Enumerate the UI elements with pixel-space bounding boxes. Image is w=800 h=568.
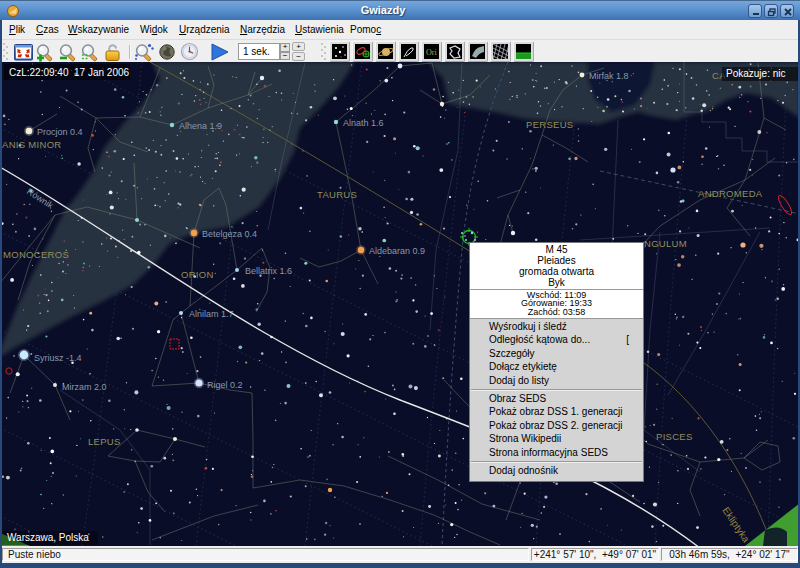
svg-text:NGULUM: NGULUM — [644, 238, 687, 249]
svg-text:Rigel 0.2: Rigel 0.2 — [207, 380, 243, 390]
svg-text:ORION: ORION — [181, 269, 214, 280]
svg-text:ANDROMEDA: ANDROMEDA — [698, 188, 763, 199]
svg-text:Procjon 0.4: Procjon 0.4 — [37, 127, 83, 137]
svg-text:TAURUS: TAURUS — [317, 189, 357, 200]
svg-text:Alnath 1.6: Alnath 1.6 — [343, 118, 384, 128]
svg-text:Mirzam 2.0: Mirzam 2.0 — [62, 382, 107, 392]
svg-text:PISCES: PISCES — [656, 431, 693, 442]
svg-text:Aldebaran 0.9: Aldebaran 0.9 — [369, 246, 425, 256]
svg-text:Warszawa, Polska: Warszawa, Polska — [7, 532, 89, 543]
svg-text:Alnilam 1.7: Alnilam 1.7 — [189, 309, 234, 319]
svg-text:PERSEUS: PERSEUS — [526, 119, 574, 130]
svg-text:Pokazuje: nic: Pokazuje: nic — [726, 68, 785, 79]
svg-text:Bellatrix 1.6: Bellatrix 1.6 — [245, 266, 292, 276]
svg-text:LEPUS: LEPUS — [88, 436, 121, 447]
svg-text:ANIS MINOR: ANIS MINOR — [2, 139, 61, 150]
svg-text:Alhena 1.9: Alhena 1.9 — [179, 121, 222, 131]
svg-text:MONOCEROS: MONOCEROS — [3, 249, 69, 260]
svg-text:Ori: Ori — [426, 48, 437, 57]
svg-text:CzL:22:09:40 17 Jan 2006: CzL:22:09:40 17 Jan 2006 — [9, 67, 130, 78]
svg-text:Syriusz -1.4: Syriusz -1.4 — [34, 353, 82, 363]
svg-text:Mirfak 1.8: Mirfak 1.8 — [589, 71, 629, 81]
svg-text:Betelgeza 0.4: Betelgeza 0.4 — [202, 229, 257, 239]
